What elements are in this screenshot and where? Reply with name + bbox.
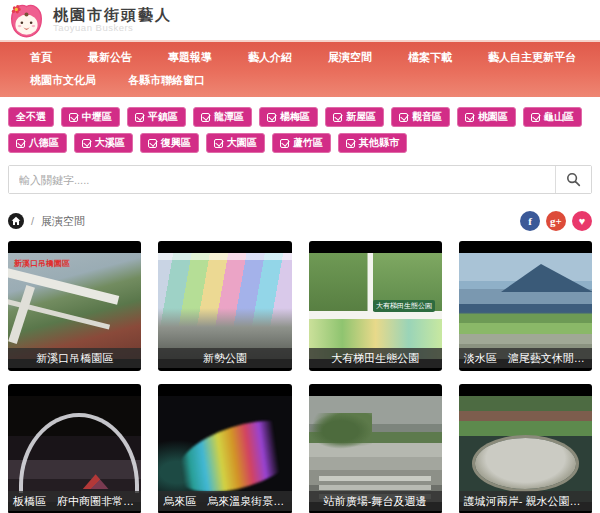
search-button[interactable] — [555, 166, 591, 193]
district-filter-label: 八德區 — [29, 137, 59, 149]
breadcrumb-current: 展演空間 — [41, 214, 85, 229]
venue-photo — [459, 396, 592, 502]
district-filter-label: 楊梅區 — [280, 111, 310, 123]
nav-item[interactable]: 桃園市文化局 — [30, 73, 96, 88]
venue-caption: 板橋區 府中商圈非常熱區... — [8, 491, 141, 511]
checkbox-checked-icon — [333, 113, 342, 122]
social-share-buttons: fg+♥ — [520, 211, 592, 231]
venue-caption: 淡水區 滬尾藝文休閒園區/... — [459, 348, 592, 368]
nav-item[interactable]: 檔案下載 — [408, 50, 452, 65]
checkbox-checked-icon — [148, 139, 157, 148]
venue-photo — [158, 253, 291, 359]
main-nav-row: 首頁最新公告專題報導藝人介紹展演空間檔案下載藝人自主更新平台 — [30, 48, 600, 67]
search-input[interactable] — [9, 166, 555, 193]
venue-card[interactable]: 新溪口吊橋園區新溪口吊橋園區 — [8, 241, 141, 371]
breadcrumb: / 展演空間 — [8, 213, 85, 229]
photo-overlay-label: 大有梯田生態公園 — [373, 300, 435, 312]
district-filter-button[interactable]: 平鎮區 — [127, 107, 186, 127]
venue-card[interactable]: 新勢公園 — [158, 241, 291, 371]
checkbox-checked-icon — [346, 139, 355, 148]
venue-card[interactable]: 站前廣場-舞台及週邊 — [309, 384, 442, 513]
district-filter-label: 平鎮區 — [148, 111, 178, 123]
checkbox-checked-icon — [267, 113, 276, 122]
checkbox-checked-icon — [135, 113, 144, 122]
favorite-share-button[interactable]: ♥ — [572, 211, 592, 231]
site-subtitle: Taoyuan Buskers — [53, 23, 172, 33]
district-filter-button[interactable]: 大園區 — [206, 133, 265, 153]
checkbox-checked-icon — [465, 113, 474, 122]
checkbox-checked-icon — [82, 139, 91, 148]
district-filter-label: 觀音區 — [412, 111, 442, 123]
district-filter-label: 大園區 — [227, 137, 257, 149]
district-filter-label: 其他縣市 — [359, 137, 399, 149]
venue-photo: 大有梯田生態公園 — [309, 253, 442, 359]
district-filter-button[interactable]: 八德區 — [8, 133, 67, 153]
secondary-nav-row: 桃園市文化局各縣市聯絡窗口 — [30, 71, 600, 90]
checkbox-checked-icon — [214, 139, 223, 148]
venue-caption: 新溪口吊橋園區 — [8, 348, 141, 368]
district-filter-label: 桃園區 — [478, 111, 508, 123]
venue-caption: 烏來區 烏來溫泉街景觀平台 — [158, 491, 291, 511]
venue-card[interactable]: 烏來區 烏來溫泉街景觀平台 — [158, 384, 291, 513]
district-filter-button[interactable]: 蘆竹區 — [272, 133, 331, 153]
district-filter-bar: 全不選中壢區平鎮區龍潭區楊梅區新屋區觀音區桃園區龜山區八德區大溪區復興區大園區蘆… — [0, 97, 600, 153]
district-filter-label: 復興區 — [161, 137, 191, 149]
photo-overlay-label: 新溪口吊橋園區 — [14, 258, 70, 269]
venue-card[interactable]: 淡水區 滬尾藝文休閒園區/... — [459, 241, 592, 371]
district-filter-label: 中壢區 — [82, 111, 112, 123]
checkbox-checked-icon — [69, 113, 78, 122]
venue-photo — [459, 253, 592, 359]
nav-item[interactable]: 首頁 — [30, 50, 52, 65]
venue-caption: 大有梯田生態公園 — [309, 348, 442, 368]
venue-photo — [158, 396, 291, 502]
district-filter-button[interactable]: 觀音區 — [391, 107, 450, 127]
district-filter-button[interactable]: 大溪區 — [74, 133, 133, 153]
venue-card[interactable]: 大有梯田生態公園大有梯田生態公園 — [309, 241, 442, 371]
venue-card[interactable]: 板橋區 府中商圈非常熱區... — [8, 384, 141, 513]
main-nav: 首頁最新公告專題報導藝人介紹展演空間檔案下載藝人自主更新平台 桃園市文化局各縣市… — [0, 42, 600, 97]
district-filter-button[interactable]: 復興區 — [140, 133, 199, 153]
district-filter-label: 龍潭區 — [214, 111, 244, 123]
district-filter-label: 蘆竹區 — [293, 137, 323, 149]
checkbox-checked-icon — [531, 113, 540, 122]
district-filter-label: 新屋區 — [346, 111, 376, 123]
nav-item[interactable]: 各縣市聯絡窗口 — [128, 73, 205, 88]
district-filter-button[interactable]: 龜山區 — [523, 107, 582, 127]
venue-caption: 護城河兩岸- 親水公園圓形... — [459, 491, 592, 511]
checkbox-checked-icon — [280, 139, 289, 148]
district-filter-label: 大溪區 — [95, 137, 125, 149]
nav-item[interactable]: 專題報導 — [168, 50, 212, 65]
venue-photo: 新溪口吊橋園區 — [8, 253, 141, 359]
district-filter-button[interactable]: 桃園區 — [457, 107, 516, 127]
district-filter-button[interactable]: 楊梅區 — [259, 107, 318, 127]
nav-item[interactable]: 最新公告 — [88, 50, 132, 65]
nav-item[interactable]: 藝人介紹 — [248, 50, 292, 65]
district-filter-button[interactable]: 中壢區 — [61, 107, 120, 127]
checkbox-checked-icon — [399, 113, 408, 122]
breadcrumb-social-row: / 展演空間 fg+♥ — [8, 211, 592, 231]
home-icon[interactable] — [8, 213, 24, 229]
nav-item[interactable]: 藝人自主更新平台 — [488, 50, 576, 65]
district-filter-button[interactable]: 龍潭區 — [193, 107, 252, 127]
nav-item[interactable]: 展演空間 — [328, 50, 372, 65]
site-title: 桃園市街頭藝人 — [53, 7, 172, 24]
venue-photo — [8, 396, 141, 502]
venue-card-grid: 新溪口吊橋園區新溪口吊橋園區新勢公園大有梯田生態公園大有梯田生態公園淡水區 滬尾… — [8, 241, 592, 513]
venue-photo — [309, 396, 442, 502]
search-bar — [8, 165, 592, 194]
venue-card[interactable]: 護城河兩岸- 親水公園圓形... — [459, 384, 592, 513]
venue-caption: 站前廣場-舞台及週邊 — [309, 491, 442, 511]
google-plus-share-button[interactable]: g+ — [546, 211, 566, 231]
breadcrumb-separator: / — [31, 215, 34, 227]
search-icon — [566, 172, 581, 187]
site-header: 桃園市街頭藝人 Taoyuan Buskers — [0, 0, 600, 42]
district-filter-button[interactable]: 其他縣市 — [338, 133, 407, 153]
facebook-share-button[interactable]: f — [520, 211, 540, 231]
filter-clear-all-button[interactable]: 全不選 — [8, 107, 54, 127]
site-logo-mascot-icon[interactable] — [8, 2, 45, 39]
district-filter-button[interactable]: 新屋區 — [325, 107, 384, 127]
district-filter-label: 龜山區 — [544, 111, 574, 123]
checkbox-checked-icon — [201, 113, 210, 122]
venue-caption: 新勢公園 — [158, 348, 291, 368]
checkbox-checked-icon — [16, 139, 25, 148]
